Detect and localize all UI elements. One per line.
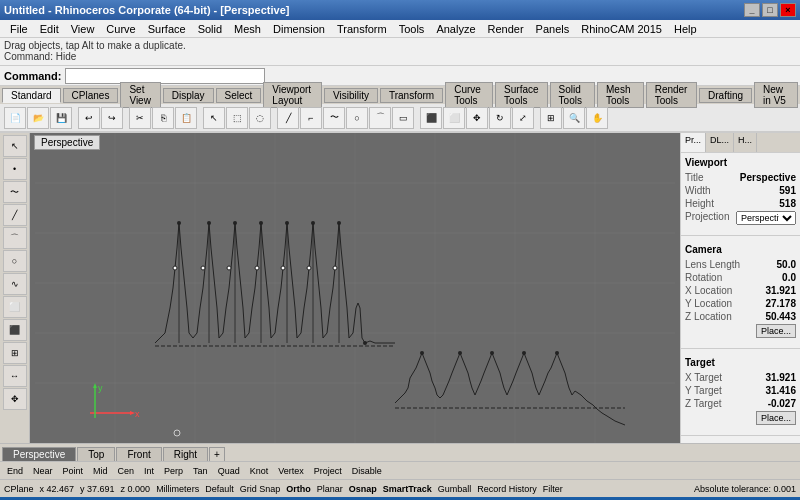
snap-cen[interactable]: Cen: [115, 466, 138, 476]
lt-select[interactable]: ↖: [3, 135, 27, 157]
tool-paste[interactable]: 📋: [175, 107, 197, 129]
tool-new[interactable]: 📄: [4, 107, 26, 129]
planar-btn[interactable]: Planar: [317, 484, 343, 494]
vp-tab-front[interactable]: Front: [116, 447, 161, 461]
snap-tan[interactable]: Tan: [190, 466, 211, 476]
snap-vertex[interactable]: Vertex: [275, 466, 307, 476]
tab-mesh-tools[interactable]: Mesh Tools: [597, 82, 644, 108]
snap-project[interactable]: Project: [311, 466, 345, 476]
lt-arc[interactable]: ⌒: [3, 227, 27, 249]
menu-edit[interactable]: Edit: [34, 22, 65, 36]
osnap-btn[interactable]: Osnap: [349, 484, 377, 494]
menu-analyze[interactable]: Analyze: [430, 22, 481, 36]
vp-tab-right[interactable]: Right: [163, 447, 208, 461]
rpanel-projection-select[interactable]: Perspective: [736, 211, 796, 225]
tab-display[interactable]: Display: [163, 88, 214, 103]
tab-visibility[interactable]: Visibility: [324, 88, 378, 103]
vp-tab-add[interactable]: +: [209, 447, 225, 461]
lt-mesh[interactable]: ⊞: [3, 342, 27, 364]
vp-tab-top[interactable]: Top: [77, 447, 115, 461]
grid-snap-btn[interactable]: Grid Snap: [240, 484, 281, 494]
lt-surface[interactable]: ⬜: [3, 296, 27, 318]
snap-knot[interactable]: Knot: [247, 466, 272, 476]
tool-line[interactable]: ╱: [277, 107, 299, 129]
gumball-btn[interactable]: Gumball: [438, 484, 472, 494]
menu-dimension[interactable]: Dimension: [267, 22, 331, 36]
tool-rectangle[interactable]: ▭: [392, 107, 414, 129]
tab-render-tools[interactable]: Render Tools: [646, 82, 697, 108]
menu-view[interactable]: View: [65, 22, 101, 36]
rpanel-tab-dl[interactable]: DL...: [706, 133, 734, 152]
filter-btn[interactable]: Filter: [543, 484, 563, 494]
tab-setview[interactable]: Set View: [120, 82, 160, 108]
tool-extrude[interactable]: ⬛: [420, 107, 442, 129]
rpanel-tab-h[interactable]: H...: [734, 133, 757, 152]
tool-surface[interactable]: ⬜: [443, 107, 465, 129]
snap-end[interactable]: End: [4, 466, 26, 476]
tool-zoom-extents[interactable]: ⊞: [540, 107, 562, 129]
command-input[interactable]: [65, 68, 265, 84]
lt-circle[interactable]: ○: [3, 250, 27, 272]
snap-disable[interactable]: Disable: [349, 466, 385, 476]
menu-render[interactable]: Render: [482, 22, 530, 36]
tab-surface-tools[interactable]: Surface Tools: [495, 82, 547, 108]
tool-cut[interactable]: ✂: [129, 107, 151, 129]
tab-drafting[interactable]: Drafting: [699, 88, 752, 103]
snap-quad[interactable]: Quad: [215, 466, 243, 476]
snap-perp[interactable]: Perp: [161, 466, 186, 476]
lt-freeform[interactable]: ∿: [3, 273, 27, 295]
tool-circle[interactable]: ○: [346, 107, 368, 129]
vp-tab-perspective[interactable]: Perspective: [2, 447, 76, 461]
menu-surface[interactable]: Surface: [142, 22, 192, 36]
smart-track-btn[interactable]: SmartTrack: [383, 484, 432, 494]
lt-point[interactable]: •: [3, 158, 27, 180]
tool-zoom-window[interactable]: 🔍: [563, 107, 585, 129]
menu-help[interactable]: Help: [668, 22, 703, 36]
menu-curve[interactable]: Curve: [100, 22, 141, 36]
tab-cplanes[interactable]: CPlanes: [63, 88, 119, 103]
viewport-area[interactable]: Perspective: [30, 133, 680, 443]
lt-line[interactable]: ╱: [3, 204, 27, 226]
snap-near[interactable]: Near: [30, 466, 56, 476]
tool-arc[interactable]: ⌒: [369, 107, 391, 129]
rpanel-camera-place-button[interactable]: Place...: [756, 324, 796, 338]
tool-select[interactable]: ↖: [203, 107, 225, 129]
tab-new-v5[interactable]: New in V5: [754, 82, 798, 108]
tab-solid-tools[interactable]: Solid Tools: [550, 82, 595, 108]
lt-transform[interactable]: ✥: [3, 388, 27, 410]
menu-tools[interactable]: Tools: [393, 22, 431, 36]
tool-copy[interactable]: ⎘: [152, 107, 174, 129]
maximize-button[interactable]: □: [762, 3, 778, 17]
tool-move[interactable]: ✥: [466, 107, 488, 129]
tool-open[interactable]: 📂: [27, 107, 49, 129]
menu-rhinocam[interactable]: RhinoCAM 2015: [575, 22, 668, 36]
tool-curve[interactable]: 〜: [323, 107, 345, 129]
lt-curve[interactable]: 〜: [3, 181, 27, 203]
lt-solid[interactable]: ⬛: [3, 319, 27, 341]
tool-redo[interactable]: ↪: [101, 107, 123, 129]
tool-save[interactable]: 💾: [50, 107, 72, 129]
record-history-btn[interactable]: Record History: [477, 484, 537, 494]
close-button[interactable]: ×: [780, 3, 796, 17]
tab-standard[interactable]: Standard: [2, 88, 61, 103]
window-controls[interactable]: _ □ ×: [744, 3, 796, 17]
tab-select[interactable]: Select: [216, 88, 262, 103]
tool-window-select[interactable]: ⬚: [226, 107, 248, 129]
minimize-button[interactable]: _: [744, 3, 760, 17]
ortho-btn[interactable]: Ortho: [286, 484, 311, 494]
menu-file[interactable]: File: [4, 22, 34, 36]
rpanel-target-place-button[interactable]: Place...: [756, 411, 796, 425]
tool-scale[interactable]: ⤢: [512, 107, 534, 129]
tab-curve-tools[interactable]: Curve Tools: [445, 82, 493, 108]
tab-viewport-layout[interactable]: Viewport Layout: [263, 82, 322, 108]
menu-solid[interactable]: Solid: [192, 22, 228, 36]
rpanel-tab-properties[interactable]: Pr...: [681, 133, 706, 152]
snap-mid[interactable]: Mid: [90, 466, 111, 476]
snap-point[interactable]: Point: [60, 466, 87, 476]
menu-transform[interactable]: Transform: [331, 22, 393, 36]
tool-polyline[interactable]: ⌐: [300, 107, 322, 129]
tool-undo[interactable]: ↩: [78, 107, 100, 129]
lt-dim[interactable]: ↔: [3, 365, 27, 387]
menu-panels[interactable]: Panels: [530, 22, 576, 36]
tool-pan[interactable]: ✋: [586, 107, 608, 129]
